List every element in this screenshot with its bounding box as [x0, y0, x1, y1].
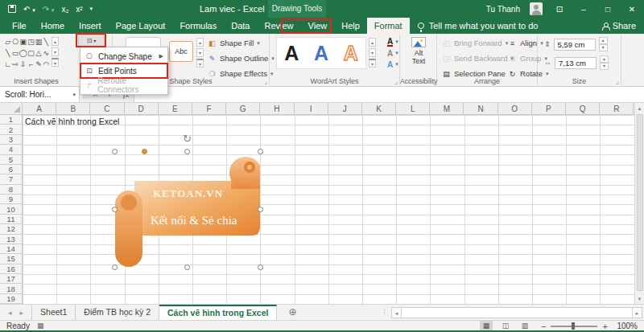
shape-height-field[interactable]: 5,59 cm [554, 39, 596, 51]
row-header-1[interactable]: 1 [0, 115, 22, 125]
selection-handle-w[interactable] [112, 207, 118, 212]
shape-icon-15[interactable]: ⌐ [27, 59, 35, 70]
text-fill-button[interactable]: A▾ [387, 36, 398, 47]
maximize-button[interactable]: □ [601, 5, 615, 14]
vertical-scroll-thumb[interactable] [637, 114, 643, 291]
row-header-7[interactable]: 7 [0, 174, 22, 184]
row-header-6[interactable]: 6 [0, 165, 22, 174]
scrollbar-sizer[interactable]: ⋮ [381, 305, 388, 320]
horizontal-scroll-track[interactable] [402, 307, 632, 318]
customize-qat-button[interactable]: ▾ [90, 6, 93, 12]
scroll-down-icon[interactable]: ▾ [635, 293, 644, 304]
column-header-m[interactable]: M [430, 103, 464, 114]
row-header-9[interactable]: 9 [0, 195, 22, 204]
tab-page-layout[interactable]: Page Layout [109, 18, 173, 34]
selection-handle-se[interactable] [258, 264, 263, 270]
shape-icon-5[interactable]: ╲ [43, 36, 50, 47]
row-header-4[interactable]: 4 [0, 145, 22, 154]
shape-icon-12[interactable]: ∟ [4, 59, 11, 70]
zoom-in-icon[interactable]: + [602, 322, 607, 331]
row-header-13[interactable]: 13 [0, 235, 22, 244]
sheet-tab-i-m-tb-h-c-k-2[interactable]: Điểm TB học kỳ 2 [76, 305, 159, 320]
tab-home[interactable]: Home [34, 18, 72, 34]
tab-review[interactable]: Review [257, 18, 300, 34]
vertical-scrollbar[interactable]: ▴ ▾ [634, 103, 644, 304]
column-header-q[interactable]: Q [566, 103, 600, 114]
row-header-18[interactable]: 18 [0, 284, 22, 293]
wordart-style-1[interactable]: A [277, 38, 307, 68]
column-header-i[interactable]: I [295, 103, 328, 114]
shape-icon-17[interactable]: ◠ [43, 59, 50, 70]
shape-icon-1[interactable]: ⎔ [11, 36, 19, 47]
size-dialog-launcher-icon[interactable]: ⌟ [616, 78, 619, 85]
close-button[interactable]: ✕ [625, 5, 639, 14]
column-header-j[interactable]: J [328, 103, 362, 114]
row-header-11[interactable]: 11 [0, 215, 22, 224]
column-header-n[interactable]: N [464, 103, 497, 114]
row-header-10[interactable]: 10 [0, 204, 22, 214]
row-header-17[interactable]: 17 [0, 274, 22, 284]
row-header-16[interactable]: 16 [0, 264, 22, 274]
ribbon-display-options-icon[interactable]: ⊡ [552, 5, 567, 14]
column-header-l[interactable]: L [396, 103, 430, 114]
shape-icon-2[interactable]: ▣ [19, 36, 27, 47]
row-header-8[interactable]: 8 [0, 185, 22, 195]
rotate-handle-icon[interactable]: ↻ [183, 133, 192, 145]
zoom-slider[interactable] [551, 326, 597, 327]
scroll-right-icon[interactable]: ▸ [632, 307, 642, 318]
shape-icon-11[interactable]: ∿ [43, 47, 50, 59]
select-all-button[interactable] [0, 103, 23, 114]
row-header-19[interactable]: 19 [0, 294, 22, 304]
selection-handle-e[interactable] [258, 207, 263, 212]
horizontal-scrollbar[interactable]: ◂ ▸ [391, 306, 642, 318]
column-header-e[interactable]: E [159, 103, 192, 114]
shape-styles-dialog-launcher-icon[interactable]: ⌟ [264, 78, 267, 85]
wordart-dialog-launcher-icon[interactable]: ⌟ [394, 78, 398, 85]
column-header-o[interactable]: O [498, 103, 532, 114]
sheet-next-icon[interactable]: ▸ [20, 309, 24, 317]
shape-icon-4[interactable]: ▥ [35, 36, 42, 47]
user-name[interactable]: Tu Thanh [486, 5, 520, 14]
user-avatar[interactable] [530, 2, 543, 15]
tab-formulas[interactable]: Formulas [172, 18, 224, 34]
tab-view[interactable]: View [301, 18, 335, 34]
horizontal-scroll-shape[interactable]: KETOAN.VN Kết nối & Sẻ chia [115, 152, 260, 267]
shape-fill-button[interactable]: ◧ Shape Fill▾ [208, 35, 275, 51]
column-header-k[interactable]: K [362, 103, 396, 114]
gallery-more-icon[interactable]: ▾ [196, 59, 204, 68]
superscript-button[interactable]: x² [76, 5, 82, 14]
selection-handle-sw[interactable] [112, 264, 118, 270]
column-header-c[interactable]: C [90, 103, 124, 114]
column-header-h[interactable]: H [260, 103, 294, 114]
column-header-p[interactable]: P [532, 103, 566, 114]
column-header-a[interactable]: A [23, 103, 56, 114]
save-icon[interactable] [8, 5, 16, 13]
gallery-down-icon[interactable]: ▾ [369, 48, 376, 57]
row-header-5[interactable]: 5 [0, 155, 22, 165]
shape-icon-8[interactable]: ◯ [19, 47, 27, 59]
wordart-style-2[interactable]: A [307, 38, 336, 68]
row-header-12[interactable]: 12 [0, 224, 22, 234]
scroll-up-icon[interactable]: ▴ [635, 103, 644, 113]
tab-data[interactable]: Data [224, 18, 257, 34]
shape-icon-3[interactable]: ◳ [27, 36, 35, 47]
name-box[interactable]: Scroll: Hori...▾ [0, 87, 80, 102]
shape-icon-14[interactable]: ⇩ [19, 59, 27, 70]
shape-icon-9[interactable]: ▢ [27, 47, 35, 59]
text-effects-button[interactable]: A▾ [387, 59, 398, 70]
selection-handle-nw[interactable] [112, 149, 118, 154]
row-header-2[interactable]: 2 [0, 125, 22, 134]
gallery-more-icon[interactable]: ▾ [52, 58, 59, 67]
shape-icon-7[interactable]: ▭ [11, 47, 19, 59]
row-header-14[interactable]: 14 [0, 244, 22, 254]
column-header-d[interactable]: D [125, 103, 159, 114]
selection-handle-n[interactable] [184, 149, 190, 154]
sheet-tab-c-ch-v-h-nh-trong-excel[interactable]: Cách vẽ hình trong Excel [159, 305, 277, 320]
edit-shape-button[interactable]: ⊡ ▾ [78, 35, 105, 47]
text-outline-button[interactable]: A▾ [387, 47, 398, 59]
selection-handle-ne[interactable] [258, 149, 263, 154]
wordart-style-3[interactable]: A [336, 38, 365, 68]
gallery-up-icon[interactable]: ▴ [369, 38, 376, 47]
tab-insert[interactable]: Insert [72, 18, 109, 34]
subscript-button[interactable]: x₂ [61, 5, 68, 14]
